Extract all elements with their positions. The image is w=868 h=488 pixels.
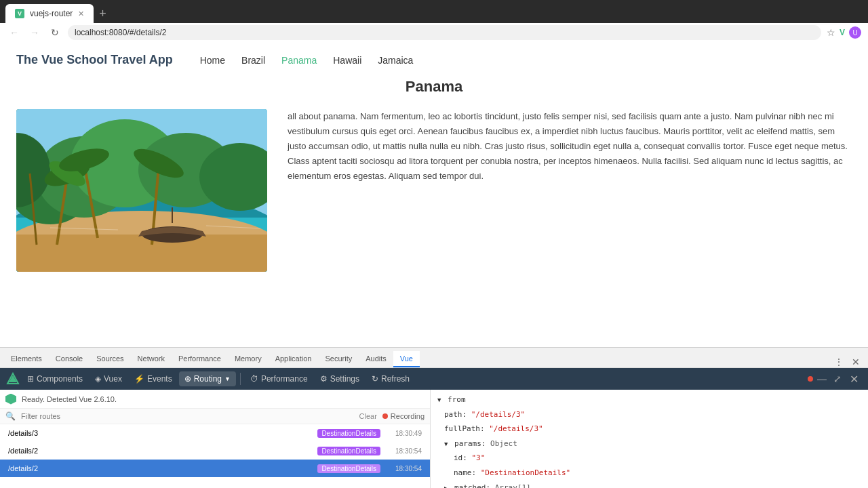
route-list: /details/3 DestinationDetails 18:30:49 /… xyxy=(0,424,430,488)
active-tab[interactable]: V vuejs-router ✕ xyxy=(5,4,94,23)
vdt-components-button[interactable]: ⊞ Components xyxy=(22,371,88,386)
dt-tab-memory[interactable]: Memory xyxy=(228,351,269,367)
reload-button[interactable]: ↻ xyxy=(47,25,62,40)
recording-label: Recording xyxy=(391,412,425,420)
routing-chevron: ▼ xyxy=(224,375,231,382)
performance-icon: ⏱ xyxy=(250,374,258,384)
user-icon: U xyxy=(849,26,861,39)
vdt-expand-icon[interactable]: ⤢ xyxy=(831,373,844,384)
vue-status-logo xyxy=(5,394,16,405)
dt-tab-security[interactable]: Security xyxy=(318,351,359,367)
from-triangle[interactable] xyxy=(437,395,441,405)
nav-link-hawaii[interactable]: Hawaii xyxy=(333,55,361,66)
back-button[interactable]: ← xyxy=(7,25,22,40)
clear-button[interactable]: Clear xyxy=(359,412,377,420)
settings-icon: ⚙ xyxy=(320,374,328,384)
from-params-triangle[interactable] xyxy=(444,439,448,449)
components-label: Components xyxy=(37,374,83,384)
devtools-close-button[interactable]: ✕ xyxy=(848,357,864,367)
routing-label: Routing xyxy=(194,374,222,384)
main-content: Panama xyxy=(0,78,868,272)
new-tab-button[interactable]: + xyxy=(94,4,112,23)
url-input[interactable]: localhost:8080/#/details/2 xyxy=(68,25,821,40)
vdt-settings-button[interactable]: ⚙ Settings xyxy=(315,371,365,386)
tab-close-button[interactable]: ✕ xyxy=(78,9,84,18)
route-item[interactable]: /details/2 DestinationDetails 18:30:54 xyxy=(0,442,430,460)
page-title: Panama xyxy=(16,78,852,96)
vdt-separator-1 xyxy=(240,373,241,385)
recording-badge: Recording xyxy=(382,412,425,420)
dt-tab-vue[interactable]: Vue xyxy=(393,351,420,367)
routes-toolbar: 🔍 Clear Recording xyxy=(0,409,430,424)
detail-from-fullpath: fullPath: "/details/3" xyxy=(431,422,868,436)
dt-tab-audits[interactable]: Audits xyxy=(359,351,393,367)
app-nav: The Vue School Travel App Home Brazil Pa… xyxy=(0,42,868,78)
detail-from-section: from xyxy=(431,392,868,407)
tab-favicon: V xyxy=(15,9,24,18)
devtools-panel: Elements Console Sources Network Perform… xyxy=(0,347,868,488)
components-icon: ⊞ xyxy=(27,374,34,384)
app-logo: The Vue School Travel App xyxy=(16,53,173,67)
detail-from-params-id: id: "3" xyxy=(431,451,868,466)
route-item[interactable]: /details/3 DestinationDetails 18:30:49 xyxy=(0,424,430,442)
dt-tab-network[interactable]: Network xyxy=(131,351,172,367)
vdt-refresh-button[interactable]: ↻ Refresh xyxy=(366,371,415,386)
vuex-icon: ◈ xyxy=(95,374,101,384)
from-matched-triangle[interactable] xyxy=(444,483,448,488)
devtools-tabs: Elements Console Sources Network Perform… xyxy=(0,348,868,368)
tab-bar: V vuejs-router ✕ + xyxy=(0,0,868,23)
route-path-3: /details/2 xyxy=(8,464,317,472)
vue-status-bar: Ready. Detected Vue 2.6.10. xyxy=(0,390,430,409)
vuejs-icon: V xyxy=(840,28,845,37)
svg-rect-4 xyxy=(16,235,267,272)
vdt-events-button[interactable]: ⚡ Events xyxy=(129,371,178,386)
route-time-3: 18:30:54 xyxy=(384,465,422,472)
devtools-more-button[interactable]: ⋮ xyxy=(830,357,848,367)
dt-tab-sources[interactable]: Sources xyxy=(90,351,130,367)
settings-label: Settings xyxy=(330,374,359,384)
forward-button[interactable]: → xyxy=(27,25,42,40)
devtools-right-controls: ⋮ ✕ xyxy=(830,357,864,367)
route-badge-3: DestinationDetails xyxy=(317,464,380,473)
vdt-vuex-button[interactable]: ◈ Vuex xyxy=(90,371,127,386)
route-details-panel: from path: "/details/3" fullPath: "/deta… xyxy=(431,390,868,488)
browser-icons: ☆ V U xyxy=(827,26,861,39)
filter-search-icon: 🔍 xyxy=(5,411,16,421)
app-content: The Vue School Travel App Home Brazil Pa… xyxy=(0,42,868,347)
nav-link-brazil[interactable]: Brazil xyxy=(241,55,265,66)
vdt-performance-button[interactable]: ⏱ Performance xyxy=(245,371,313,386)
routes-panel: Ready. Detected Vue 2.6.10. 🔍 Clear Reco… xyxy=(0,390,431,488)
bookmark-icon[interactable]: ☆ xyxy=(827,27,835,38)
devtools-body: Ready. Detected Vue 2.6.10. 🔍 Clear Reco… xyxy=(0,390,868,488)
destination-image xyxy=(16,109,267,272)
route-badge-1: DestinationDetails xyxy=(317,429,380,438)
url-text: localhost:8080/#/details/2 xyxy=(75,28,166,37)
vue-status-text: Ready. Detected Vue 2.6.10. xyxy=(22,395,117,403)
filter-routes-input[interactable] xyxy=(21,412,354,420)
recording-dot xyxy=(382,413,388,419)
dt-tab-elements[interactable]: Elements xyxy=(4,351,49,367)
vdt-close-button[interactable]: ✕ xyxy=(846,371,863,387)
nav-link-jamaica[interactable]: Jamaica xyxy=(378,55,413,66)
route-path-2: /details/2 xyxy=(8,447,317,455)
content-row: all about panama. Nam fermentum, leo ac … xyxy=(16,109,852,272)
detail-from-path: path: "/details/3" xyxy=(431,407,868,422)
nav-link-home[interactable]: Home xyxy=(200,55,225,66)
refresh-label: Refresh xyxy=(381,374,410,384)
route-time-2: 18:30:54 xyxy=(384,447,422,455)
detail-from-matched: matched: Array[1] xyxy=(431,481,868,488)
nav-link-panama[interactable]: Panama xyxy=(281,55,317,66)
routes-actions: Clear Recording xyxy=(359,412,425,420)
browser-chrome: V vuejs-router ✕ + ← → ↻ localhost:8080/… xyxy=(0,0,868,42)
performance-label: Performance xyxy=(261,374,308,384)
vdt-minimize-icon[interactable]: — xyxy=(814,373,829,384)
dt-tab-application[interactable]: Application xyxy=(269,351,319,367)
events-icon: ⚡ xyxy=(134,374,144,384)
dt-tab-console[interactable]: Console xyxy=(49,351,90,367)
vdt-routing-button[interactable]: ⊕ Routing ▼ xyxy=(179,371,236,386)
vue-devtools-logo xyxy=(5,371,20,386)
dt-tab-performance[interactable]: Performance xyxy=(172,351,228,367)
events-label: Events xyxy=(147,374,172,384)
detail-from-params-name: name: "DestinationDetails" xyxy=(431,466,868,481)
route-item-selected[interactable]: /details/2 DestinationDetails 18:30:54 xyxy=(0,460,430,477)
